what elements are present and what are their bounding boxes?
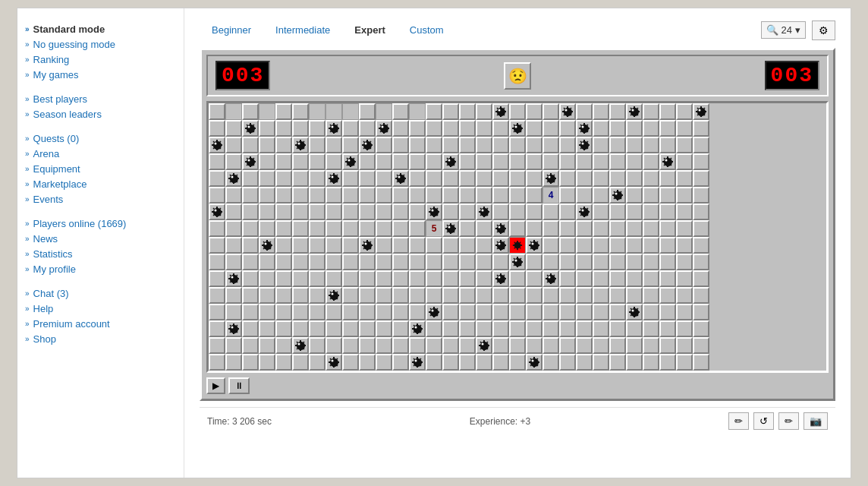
cell[interactable] [593, 270, 609, 287]
cell[interactable] [309, 337, 326, 354]
cell[interactable] [492, 204, 509, 220]
cell[interactable] [426, 254, 442, 270]
cell[interactable] [676, 237, 693, 254]
pause-button[interactable]: ⏸ [228, 377, 250, 394]
cell[interactable] [442, 287, 459, 304]
cell[interactable] [426, 337, 442, 354]
cell[interactable] [275, 103, 292, 120]
cell[interactable] [643, 153, 659, 170]
cell[interactable] [242, 220, 259, 237]
cell[interactable] [326, 237, 342, 254]
cell[interactable] [292, 304, 309, 320]
cell[interactable] [526, 287, 542, 304]
cell[interactable] [559, 320, 576, 337]
cell[interactable] [643, 337, 659, 354]
tab-intermediate[interactable]: Intermediate [263, 20, 342, 40]
cell[interactable] [442, 254, 459, 270]
cell[interactable] [593, 320, 609, 337]
cell[interactable] [459, 337, 476, 354]
cell[interactable] [609, 137, 626, 153]
cell[interactable] [559, 237, 576, 254]
cell[interactable] [526, 237, 542, 254]
cell[interactable] [509, 153, 526, 170]
cell[interactable] [509, 337, 526, 354]
cell[interactable] [342, 287, 359, 304]
cell[interactable] [359, 287, 376, 304]
cell[interactable] [292, 270, 309, 287]
cell[interactable] [442, 337, 459, 354]
cell[interactable] [275, 187, 292, 204]
cell[interactable] [576, 137, 593, 153]
cell[interactable] [643, 237, 659, 254]
cell[interactable] [242, 120, 259, 137]
cell[interactable] [342, 270, 359, 287]
face-button[interactable]: 😟 [504, 62, 531, 90]
edit-button[interactable]: ✏ [728, 412, 749, 430]
cell[interactable] [242, 170, 259, 187]
cell[interactable] [409, 220, 426, 237]
cell[interactable] [359, 254, 376, 270]
cell[interactable] [593, 287, 609, 304]
cell[interactable] [442, 170, 459, 187]
cell[interactable] [242, 287, 259, 304]
cell[interactable] [643, 304, 659, 320]
cell[interactable] [359, 103, 376, 120]
cell[interactable] [476, 287, 492, 304]
cell[interactable] [626, 120, 643, 137]
sidebar-item-premium-account[interactable]: » Premium account [25, 318, 176, 330]
cell[interactable] [426, 187, 442, 204]
cell[interactable] [593, 187, 609, 204]
cell[interactable] [609, 270, 626, 287]
cell[interactable] [576, 270, 593, 287]
cell[interactable] [225, 287, 242, 304]
cell[interactable] [392, 204, 409, 220]
cell[interactable] [476, 337, 492, 354]
cell[interactable] [359, 220, 376, 237]
cell[interactable] [359, 120, 376, 137]
cell[interactable] [593, 354, 609, 371]
cell[interactable] [576, 354, 593, 371]
cell[interactable] [209, 287, 225, 304]
cell[interactable] [376, 354, 392, 371]
cell[interactable] [275, 270, 292, 287]
cell[interactable] [476, 304, 492, 320]
sidebar-item-shop[interactable]: » Shop [25, 333, 176, 345]
cell[interactable] [426, 304, 442, 320]
cell[interactable] [509, 320, 526, 337]
cell[interactable] [426, 170, 442, 187]
cell[interactable] [426, 270, 442, 287]
cell[interactable] [209, 337, 225, 354]
cell[interactable] [693, 337, 709, 354]
cell[interactable] [559, 153, 576, 170]
cell[interactable] [643, 120, 659, 137]
cell[interactable] [676, 103, 693, 120]
cell[interactable] [476, 137, 492, 153]
cell[interactable] [459, 287, 476, 304]
cell[interactable] [259, 254, 275, 270]
cell[interactable] [409, 103, 426, 120]
cell[interactable] [259, 354, 275, 371]
cell[interactable] [643, 287, 659, 304]
cell[interactable] [609, 287, 626, 304]
cell[interactable] [342, 254, 359, 270]
cell[interactable] [342, 237, 359, 254]
cell[interactable] [342, 354, 359, 371]
cell[interactable] [659, 320, 676, 337]
cell[interactable] [659, 337, 676, 354]
cell[interactable] [376, 254, 392, 270]
screenshot-button[interactable]: 📷 [804, 412, 828, 430]
cell[interactable] [326, 187, 342, 204]
tab-beginner[interactable]: Beginner [200, 20, 263, 40]
cell[interactable] [426, 237, 442, 254]
cell[interactable] [576, 254, 593, 270]
cell[interactable] [693, 153, 709, 170]
cell[interactable] [676, 204, 693, 220]
cell[interactable] [242, 270, 259, 287]
cell[interactable] [476, 270, 492, 287]
cell[interactable] [442, 187, 459, 204]
cell[interactable] [659, 153, 676, 170]
cell[interactable] [659, 187, 676, 204]
cell[interactable] [209, 170, 225, 187]
cell[interactable] [476, 187, 492, 204]
cell[interactable] [209, 220, 225, 237]
